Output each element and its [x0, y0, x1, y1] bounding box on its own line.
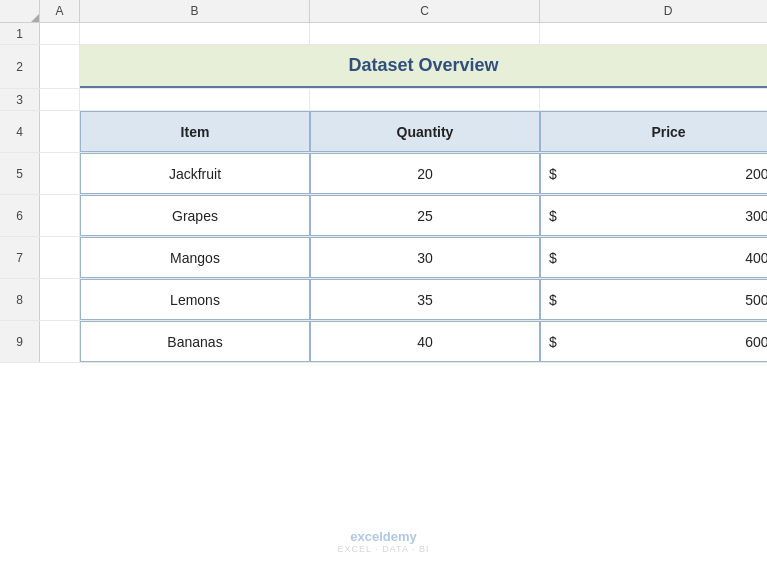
row-header-8: 8 — [0, 279, 40, 320]
col-header-c: C — [310, 0, 540, 22]
cell-a8[interactable] — [40, 279, 80, 320]
cell-qty-1[interactable]: 25 — [310, 195, 540, 236]
col-header-d: D — [540, 0, 767, 22]
price-dollar-0: $ — [549, 166, 569, 182]
cell-price-1[interactable]: $ 300.00 — [540, 195, 767, 236]
price-amount-4: 600.00 — [569, 334, 767, 350]
spreadsheet: A B C D 1 2 Dataset Overview 3 — [0, 0, 767, 564]
cell-price-2[interactable]: $ 400.00 — [540, 237, 767, 278]
col-header-quantity: Quantity — [310, 111, 540, 152]
cell-qty-3[interactable]: 35 — [310, 279, 540, 320]
cell-a2[interactable] — [40, 45, 80, 88]
row-1: 1 — [0, 23, 767, 45]
row-9: 9 Bananas 40 $ 600.00 — [0, 321, 767, 363]
col-header-b: B — [80, 0, 310, 22]
row-header-9: 9 — [0, 321, 40, 362]
rows-area: 1 2 Dataset Overview 3 4 Item Quantity P — [0, 23, 767, 564]
watermark-brand: exceldemy — [350, 529, 417, 544]
cell-b1[interactable] — [80, 23, 310, 44]
cell-qty-0[interactable]: 20 — [310, 153, 540, 194]
row-5: 5 Jackfruit 20 $ 200.00 — [0, 153, 767, 195]
row-header-1: 1 — [0, 23, 40, 44]
cell-a1[interactable] — [40, 23, 80, 44]
price-amount-3: 500.00 — [569, 292, 767, 308]
cell-item-4[interactable]: Bananas — [80, 321, 310, 362]
cell-a7[interactable] — [40, 237, 80, 278]
row-header-4: 4 — [0, 111, 40, 152]
cell-a4[interactable] — [40, 111, 80, 152]
cell-qty-4[interactable]: 40 — [310, 321, 540, 362]
cell-d3[interactable] — [540, 89, 767, 110]
price-dollar-2: $ — [549, 250, 569, 266]
row-header-7: 7 — [0, 237, 40, 278]
cell-price-4[interactable]: $ 600.00 — [540, 321, 767, 362]
watermark: exceldemy EXCEL · DATA · BI — [338, 529, 430, 554]
price-dollar-4: $ — [549, 334, 569, 350]
cell-item-0[interactable]: Jackfruit — [80, 153, 310, 194]
price-amount-1: 300.00 — [569, 208, 767, 224]
row-header-6: 6 — [0, 195, 40, 236]
row-header-3: 3 — [0, 89, 40, 110]
row-4-header: 4 Item Quantity Price — [0, 111, 767, 153]
row-3: 3 — [0, 89, 767, 111]
cell-price-3[interactable]: $ 500.00 — [540, 279, 767, 320]
cell-item-2[interactable]: Mangos — [80, 237, 310, 278]
row-6: 6 Grapes 25 $ 300.00 — [0, 195, 767, 237]
cell-d1[interactable] — [540, 23, 767, 44]
row-8: 8 Lemons 35 $ 500.00 — [0, 279, 767, 321]
cell-item-3[interactable]: Lemons — [80, 279, 310, 320]
watermark-tagline: EXCEL · DATA · BI — [338, 544, 430, 554]
cell-price-0[interactable]: $ 200.00 — [540, 153, 767, 194]
cell-qty-2[interactable]: 30 — [310, 237, 540, 278]
col-header-price: Price — [540, 111, 767, 152]
cell-c1[interactable] — [310, 23, 540, 44]
price-dollar-3: $ — [549, 292, 569, 308]
col-header-a: A — [40, 0, 80, 22]
dataset-title: Dataset Overview — [80, 45, 767, 88]
cell-a3[interactable] — [40, 89, 80, 110]
cell-a9[interactable] — [40, 321, 80, 362]
row-header-2: 2 — [0, 45, 40, 88]
cell-b3[interactable] — [80, 89, 310, 110]
cell-c3[interactable] — [310, 89, 540, 110]
price-amount-2: 400.00 — [569, 250, 767, 266]
row-2: 2 Dataset Overview — [0, 45, 767, 89]
cell-a5[interactable] — [40, 153, 80, 194]
cell-a6[interactable] — [40, 195, 80, 236]
column-headers: A B C D — [0, 0, 767, 23]
col-header-item: Item — [80, 111, 310, 152]
cell-item-1[interactable]: Grapes — [80, 195, 310, 236]
row-7: 7 Mangos 30 $ 400.00 — [0, 237, 767, 279]
price-amount-0: 200.00 — [569, 166, 767, 182]
corner-cell — [0, 0, 40, 22]
row-header-5: 5 — [0, 153, 40, 194]
price-dollar-1: $ — [549, 208, 569, 224]
